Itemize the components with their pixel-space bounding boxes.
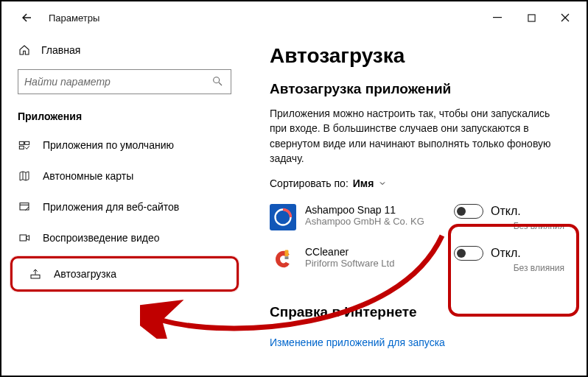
home-label: Главная (41, 44, 80, 56)
toggle-state: Откл. (491, 205, 521, 218)
app-toggle-column: Откл. Без влияния (454, 204, 564, 231)
chevron-down-icon (378, 179, 387, 188)
toggle-state: Откл. (491, 247, 521, 260)
startup-toggle[interactable] (454, 204, 483, 219)
svg-rect-9 (20, 235, 27, 241)
maximize-icon (528, 14, 536, 22)
sort-control[interactable]: Сортировать по: Имя (270, 177, 564, 189)
app-name: CCleaner (305, 246, 448, 258)
app-publisher: Ashampoo GmbH & Co. KG (305, 216, 448, 227)
sidebar-item-video-playback[interactable]: Воспроизведение видео (1, 222, 248, 253)
settings-window: Параметры Главная (0, 0, 588, 377)
section-description: Приложения можно настроить так, чтобы он… (270, 106, 564, 166)
close-icon (561, 13, 570, 22)
app-icon-ccleaner (270, 246, 296, 272)
search-input-wrapper[interactable] (18, 69, 231, 94)
help-heading: Справка в Интернете (270, 304, 564, 320)
startup-icon (29, 267, 42, 281)
svg-rect-7 (20, 203, 29, 210)
minimize-button[interactable] (480, 6, 514, 29)
home-icon (18, 44, 31, 56)
sidebar-item-label: Приложения по умолчанию (43, 139, 174, 151)
startup-app-row: Ashampoo Snap 11 Ashampoo GmbH & Co. KG … (270, 200, 564, 242)
app-publisher: Piriform Software Ltd (305, 258, 448, 269)
maximize-button[interactable] (514, 6, 548, 29)
sort-value: Имя (353, 177, 374, 189)
map-icon (18, 169, 31, 183)
svg-rect-5 (25, 141, 29, 144)
app-name: Ashampoo Snap 11 (305, 204, 448, 216)
section-heading: Автозагрузка приложений (270, 81, 564, 97)
sidebar-item-label: Автозагрузка (54, 268, 116, 280)
svg-rect-10 (31, 275, 40, 278)
sidebar-item-startup[interactable]: Автозагрузка (10, 256, 239, 292)
svg-line-3 (219, 82, 222, 85)
svg-rect-6 (19, 146, 24, 149)
app-info: CCleaner Piriform Software Ltd (305, 246, 448, 269)
sidebar-section-label: Приложения (1, 94, 248, 130)
video-icon (18, 231, 31, 244)
main-panel: Автозагрузка Автозагрузка приложений При… (248, 34, 587, 376)
startup-toggle[interactable] (454, 246, 483, 261)
close-button[interactable] (548, 6, 582, 29)
web-apps-icon (18, 200, 31, 214)
sidebar-item-label: Приложения для веб-сайтов (43, 201, 179, 213)
help-link[interactable]: Изменение приложений для запуска (270, 337, 445, 348)
minimize-icon (493, 13, 502, 22)
svg-point-2 (214, 77, 220, 83)
sidebar-item-label: Автономные карты (43, 170, 133, 182)
default-apps-icon (18, 138, 31, 152)
back-button[interactable] (15, 6, 38, 29)
arrow-left-icon (20, 11, 33, 24)
window-buttons (480, 6, 582, 29)
home-button[interactable]: Главная (1, 38, 248, 62)
app-icon-ashampoo (270, 204, 296, 230)
sort-label: Сортировать по: (270, 177, 349, 189)
sidebar-item-default-apps[interactable]: Приложения по умолчанию (1, 130, 248, 161)
window-title: Параметры (49, 13, 99, 24)
app-info: Ashampoo Snap 11 Ashampoo GmbH & Co. KG (305, 204, 448, 227)
search-icon (211, 75, 225, 88)
sidebar-item-offline-maps[interactable]: Автономные карты (1, 161, 248, 191)
startup-impact: Без влияния (454, 263, 564, 273)
svg-rect-0 (493, 17, 502, 18)
titlebar: Параметры (1, 1, 587, 34)
page-title: Автозагрузка (270, 44, 564, 68)
svg-rect-12 (285, 250, 289, 257)
app-toggle-column: Откл. Без влияния (454, 246, 564, 273)
svg-rect-4 (19, 141, 24, 144)
content-area: Главная Приложения Приложения по умолчан… (1, 34, 587, 376)
svg-rect-1 (528, 14, 534, 21)
startup-impact: Без влияния (454, 221, 564, 231)
svg-rect-13 (285, 256, 289, 259)
sidebar: Главная Приложения Приложения по умолчан… (1, 34, 248, 376)
sidebar-item-web-apps[interactable]: Приложения для веб-сайтов (1, 191, 248, 222)
search-input[interactable] (24, 76, 211, 88)
sidebar-item-label: Воспроизведение видео (43, 232, 159, 244)
startup-app-row: CCleaner Piriform Software Ltd Откл. Без… (270, 242, 564, 283)
